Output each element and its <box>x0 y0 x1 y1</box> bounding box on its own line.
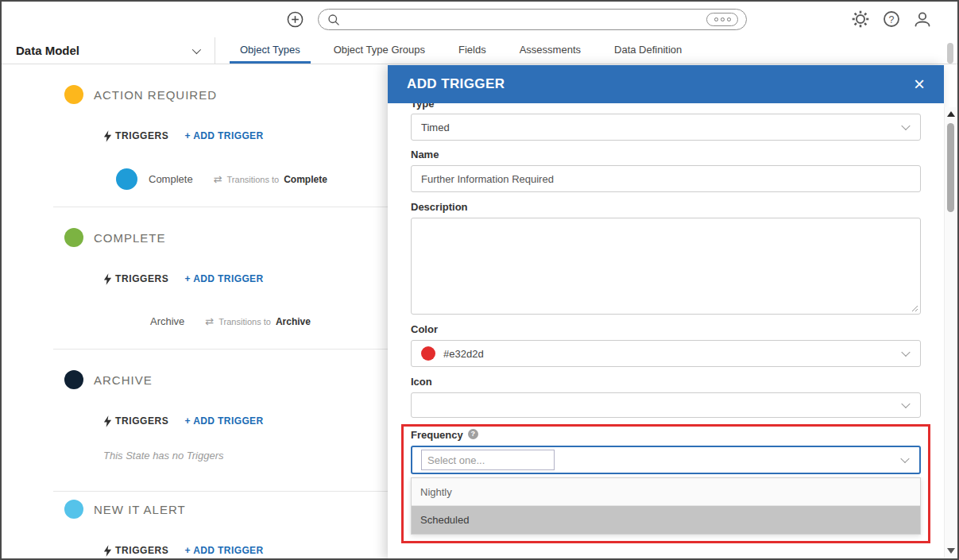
scroll-down-icon[interactable] <box>947 548 955 554</box>
add-trigger-button[interactable]: + ADD TRIGGER <box>184 273 263 284</box>
search-input[interactable] <box>346 14 706 25</box>
state-color-dot <box>64 500 83 519</box>
state-name: COMPLETE <box>94 231 166 245</box>
nav-bar: Data Model Object Types Object Type Grou… <box>2 37 957 64</box>
name-label: Name <box>411 149 921 160</box>
state-header: NEW IT ALERT <box>64 500 186 519</box>
state-color-dot <box>64 85 83 104</box>
close-icon[interactable]: × <box>914 75 925 94</box>
state-header: ACTION REQUIRED <box>64 85 217 104</box>
user-icon[interactable] <box>913 10 932 29</box>
state-name: NEW IT ALERT <box>94 503 186 516</box>
tab-assessments[interactable]: Assessments <box>509 37 591 64</box>
topbar-icon-group: ? <box>851 10 932 29</box>
lightning-icon <box>103 545 112 557</box>
app-window: ? Data Model Object Types Object Type Gr… <box>0 0 959 560</box>
nav-divider <box>215 37 215 64</box>
trigger-item[interactable]: Complete ⇄ Transitions to Complete <box>116 168 327 190</box>
tab-data-definition[interactable]: Data Definition <box>604 37 692 64</box>
scroll-up-icon[interactable] <box>947 111 955 117</box>
type-select[interactable]: Timed <box>411 114 921 141</box>
frequency-label-row: Frequency ? <box>411 429 921 442</box>
global-search[interactable] <box>318 9 747 30</box>
transition-info: ⇄ Transitions to Complete <box>214 173 327 185</box>
chevron-down-icon <box>192 44 201 53</box>
tab-object-types[interactable]: Object Types <box>230 37 311 64</box>
frequency-dropdown: Nightly Scheduled <box>411 477 921 535</box>
option-nightly[interactable]: Nightly <box>412 478 920 506</box>
description-field-wrap <box>411 218 921 315</box>
triggers-heading: TRIGGERS <box>115 273 168 284</box>
chevron-down-icon <box>901 400 910 408</box>
modal-body: Type Timed Name Description Color #e32d2… <box>388 103 944 543</box>
add-trigger-button[interactable]: + ADD TRIGGER <box>184 130 263 141</box>
triggers-row: TRIGGERS + ADD TRIGGER <box>103 544 264 557</box>
icon-select[interactable] <box>411 392 921 418</box>
trigger-name: Complete <box>149 173 193 185</box>
frequency-label: Frequency <box>411 430 463 441</box>
tab-object-type-groups[interactable]: Object Type Groups <box>323 37 435 64</box>
data-model-selector[interactable]: Data Model <box>2 37 215 64</box>
trigger-color-dot <box>116 168 137 190</box>
lightning-icon <box>103 415 112 427</box>
triggers-row: TRIGGERS + ADD TRIGGER <box>103 415 264 427</box>
transitions-icon: ⇄ <box>205 315 214 327</box>
description-field[interactable] <box>411 218 921 315</box>
triggers-heading: TRIGGERS <box>115 130 168 141</box>
transitions-icon: ⇄ <box>214 173 222 185</box>
data-model-label: Data Model <box>16 44 79 57</box>
help-badge-icon[interactable]: ? <box>468 429 478 439</box>
state-color-dot <box>64 228 83 247</box>
color-label: Color <box>411 324 921 335</box>
modal-title: ADD TRIGGER <box>407 76 505 92</box>
no-triggers-text: This State has no Triggers <box>103 450 224 462</box>
frequency-highlight-box: Frequency ? Select one... Nightly Schedu… <box>401 424 930 543</box>
chevron-down-icon <box>901 348 910 357</box>
trigger-name: Archive <box>150 315 184 327</box>
search-icon <box>327 13 341 27</box>
state-color-dot <box>64 370 83 389</box>
lightning-icon <box>103 273 112 285</box>
add-trigger-button[interactable]: + ADD TRIGGER <box>184 545 263 556</box>
state-header: ARCHIVE <box>64 370 153 389</box>
icon-label: Icon <box>411 377 921 388</box>
option-scheduled[interactable]: Scheduled <box>412 506 920 534</box>
transition-info: ⇄ Transitions to Archive <box>205 315 311 327</box>
triggers-row: TRIGGERS + ADD TRIGGER <box>103 129 264 142</box>
gear-icon[interactable] <box>851 10 870 29</box>
svg-text:?: ? <box>889 14 895 25</box>
help-icon[interactable]: ? <box>882 10 901 29</box>
frequency-placeholder: Select one... <box>421 450 555 470</box>
type-label-clipped: Type <box>411 103 921 111</box>
lightning-icon <box>103 130 112 142</box>
trigger-item[interactable]: Archive ⇄ Transitions to Archive <box>150 315 311 327</box>
state-name: ARCHIVE <box>94 373 153 387</box>
chevron-down-icon <box>901 122 910 130</box>
section-divider <box>53 349 389 350</box>
tab-fields[interactable]: Fields <box>448 37 497 64</box>
tab-strip: Object Types Object Type Groups Fields A… <box>223 37 698 64</box>
section-divider <box>53 491 389 492</box>
description-label: Description <box>411 202 921 213</box>
resize-handle-icon[interactable] <box>911 304 918 312</box>
scrollbar-thumb[interactable] <box>947 123 954 212</box>
modal-header: ADD TRIGGER × <box>388 65 944 103</box>
add-trigger-modal: ADD TRIGGER × Type Timed Name Descriptio… <box>388 65 944 560</box>
color-swatch <box>421 346 435 361</box>
advanced-search-icon[interactable] <box>706 13 738 26</box>
add-trigger-button[interactable]: + ADD TRIGGER <box>184 415 263 427</box>
triggers-heading: TRIGGERS <box>115 545 168 556</box>
name-field[interactable] <box>411 165 921 192</box>
chevron-down-icon <box>900 454 909 463</box>
state-name: ACTION REQUIRED <box>94 88 217 102</box>
modal-scrollbar[interactable] <box>944 107 957 558</box>
triggers-row: TRIGGERS + ADD TRIGGER <box>103 272 264 285</box>
page-scrollbar-thumb[interactable] <box>947 43 953 64</box>
add-new-icon[interactable] <box>286 10 304 29</box>
state-header: COMPLETE <box>64 228 166 247</box>
frequency-select[interactable]: Select one... <box>411 446 921 474</box>
section-divider <box>53 207 389 207</box>
triggers-heading: TRIGGERS <box>115 415 168 427</box>
top-bar: ? <box>2 2 957 37</box>
color-select[interactable]: #e32d2d <box>411 340 921 367</box>
